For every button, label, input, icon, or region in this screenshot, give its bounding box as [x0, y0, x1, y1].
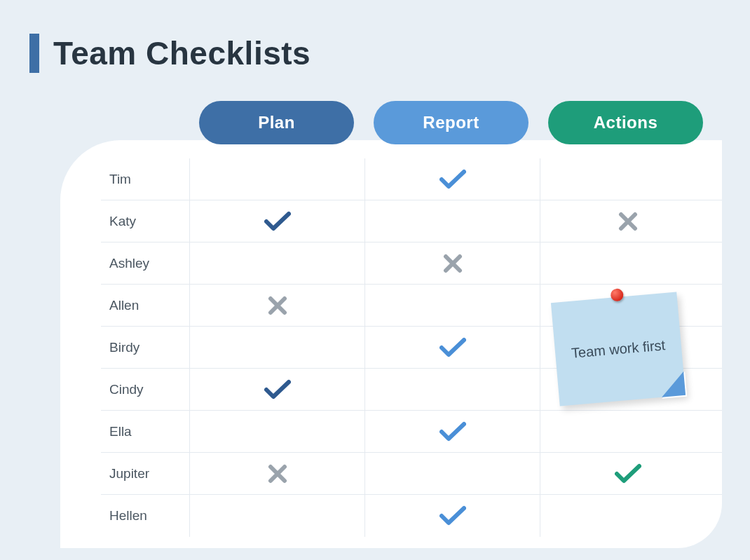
cell-report[interactable]: [364, 453, 540, 494]
table-row: Tim: [101, 158, 722, 200]
sticky-text: Team work first: [571, 336, 666, 362]
row-name: Allen: [101, 298, 189, 313]
check-icon: [264, 211, 291, 232]
row-name: Ella: [101, 424, 189, 439]
row-name: Cindy: [101, 382, 189, 397]
cell-report[interactable]: [364, 495, 540, 537]
page-title: Team Checklists: [53, 34, 311, 72]
row-name: Jupiter: [101, 466, 189, 482]
pill-actions[interactable]: Actions: [548, 101, 703, 144]
table-row: Ella: [101, 411, 722, 453]
cell-plan[interactable]: [189, 495, 364, 537]
cell-report[interactable]: [364, 285, 540, 326]
check-icon: [439, 505, 466, 526]
row-name: Katy: [101, 214, 189, 229]
check-icon: [439, 421, 466, 442]
cell-report[interactable]: [364, 200, 540, 242]
row-name: Tim: [101, 172, 189, 187]
cell-report[interactable]: [364, 243, 540, 284]
cell-report[interactable]: [364, 411, 540, 452]
cross-icon: [268, 464, 287, 484]
table-row: Hellen: [101, 495, 722, 537]
cell-actions[interactable]: [540, 495, 715, 537]
check-icon: [615, 463, 641, 484]
cell-actions[interactable]: [540, 200, 715, 242]
sticky-note[interactable]: Team work first: [551, 292, 686, 406]
table-row: Jupiter: [101, 453, 722, 495]
cell-plan[interactable]: [189, 327, 364, 368]
row-name: Ashley: [101, 256, 189, 271]
table-row: Katy: [101, 200, 722, 243]
cell-report[interactable]: [364, 369, 540, 410]
pill-plan[interactable]: Plan: [199, 101, 354, 144]
check-icon: [264, 379, 291, 400]
check-icon: [439, 337, 466, 358]
cross-icon: [618, 212, 638, 231]
cell-plan[interactable]: [189, 285, 364, 326]
cross-icon: [443, 254, 463, 273]
cell-plan[interactable]: [189, 243, 364, 284]
pill-report[interactable]: Report: [374, 101, 529, 144]
cell-plan[interactable]: [189, 158, 364, 200]
row-name: Birdy: [101, 340, 189, 355]
cell-plan[interactable]: [189, 200, 364, 242]
table-row: Ashley: [101, 243, 722, 285]
cell-plan[interactable]: [189, 453, 364, 494]
cell-actions[interactable]: [540, 243, 715, 284]
cell-report[interactable]: [364, 158, 540, 200]
cell-plan[interactable]: [189, 411, 364, 452]
cell-actions[interactable]: [540, 453, 715, 494]
cell-actions[interactable]: [540, 411, 715, 452]
column-pills: Plan Report Actions: [199, 101, 703, 144]
cell-plan[interactable]: [189, 369, 364, 410]
row-name: Hellen: [101, 508, 189, 524]
cell-report[interactable]: [364, 327, 540, 368]
accent-bar: [29, 34, 39, 73]
cross-icon: [268, 296, 287, 315]
check-icon: [439, 169, 466, 190]
cell-actions[interactable]: [540, 158, 715, 200]
